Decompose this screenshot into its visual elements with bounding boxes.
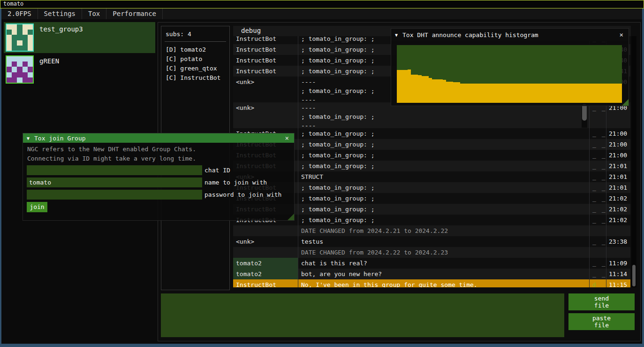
message-row[interactable]: tomato2chat is this real?_ _11:09	[233, 258, 630, 269]
close-icon[interactable]: ×	[618, 31, 625, 39]
group-item-gREEN[interactable]: gREEN	[4, 54, 155, 85]
histogram-bar	[488, 84, 492, 103]
close-icon[interactable]: ×	[284, 134, 290, 142]
collapse-arrow-icon[interactable]: ▼	[27, 136, 30, 141]
chat-scrollbar-handle[interactable]	[632, 265, 636, 286]
avatar-pixel	[12, 56, 17, 62]
message-time: 21:01	[606, 171, 630, 182]
histogram-bar	[446, 82, 450, 103]
window-border-left	[0, 8, 1, 347]
send-file-button[interactable]: send file	[568, 293, 635, 310]
menu-item-tox[interactable]: Tox	[82, 8, 106, 19]
menu-item-settings[interactable]: Settings	[38, 8, 82, 19]
message-row[interactable]: InstructBotNo, I've been in this group f…	[233, 279, 630, 287]
window-border-bottom	[0, 344, 644, 347]
message-text: STRUCT	[298, 171, 589, 182]
avatar-pixel	[23, 40, 28, 46]
histogram-bar	[422, 76, 425, 103]
chat-scrollbar[interactable]	[631, 36, 636, 287]
message-time	[606, 225, 630, 236]
sender-name: InstructBot	[233, 36, 298, 44]
message-status: _ _	[589, 139, 606, 150]
menu-bar: 2.0FPS Settings Tox Performance	[1, 8, 642, 19]
histogram-bar	[534, 84, 538, 103]
histogram-bar	[429, 78, 432, 103]
histogram-bar	[495, 84, 499, 103]
message-row[interactable]: <unk>testus_ _23:38	[233, 236, 630, 247]
member-item[interactable]: [C] green_qtox	[161, 64, 229, 73]
histogram-bar	[464, 84, 468, 103]
message-row[interactable]: DATE CHANGED from 2024.2.21 to 2024.2.22	[233, 225, 630, 236]
avatar-pixel	[28, 62, 33, 67]
message-text: ; tomato_in_group: ;	[298, 193, 589, 204]
avatar-pixel	[28, 56, 33, 62]
avatar-pixel	[17, 72, 22, 77]
member-item[interactable]: [D] tomato2	[161, 45, 229, 54]
message-time: 21:02	[606, 215, 630, 225]
histogram-bar	[548, 84, 552, 103]
join-button[interactable]: join	[27, 202, 47, 212]
join-password-input[interactable]	[27, 190, 202, 200]
delivery-status: d	[592, 281, 602, 287]
resize-grip[interactable]	[288, 214, 294, 220]
avatar-pixel	[17, 24, 22, 30]
histogram-bar	[408, 69, 411, 103]
avatar-pixel	[23, 67, 28, 72]
histogram-bar	[576, 84, 580, 103]
avatar-pixel	[12, 24, 17, 30]
histogram-bar	[605, 84, 608, 103]
message-cell-scrollbar-handle[interactable]	[582, 104, 587, 121]
avatar-pixel	[23, 62, 28, 67]
window-border-right	[642, 8, 644, 347]
histogram-bar	[415, 75, 418, 103]
message-text: No, I've been in this group for quite so…	[298, 279, 589, 287]
message-text: ; tomato_in_group: ;	[298, 139, 589, 150]
member-item[interactable]: [C] potato	[161, 54, 229, 64]
histogram-bar	[520, 84, 524, 103]
message-time: 21:02	[606, 204, 630, 215]
avatar-pixel	[28, 24, 33, 30]
avatar-pixel	[7, 30, 12, 35]
histogram-bar	[615, 84, 619, 103]
menu-item-performance[interactable]: Performance	[106, 8, 163, 19]
message-text: ; tomato_in_group: ;	[298, 161, 589, 171]
histogram-window-titlebar[interactable]: ▼ Tox DHT announce capability histogram …	[391, 29, 629, 41]
sender-name: tomato2	[233, 269, 298, 279]
window-title: tomato	[3, 0, 23, 7]
avatar-pixel	[12, 40, 17, 46]
members-count-header: subs: 4	[161, 26, 229, 38]
collapse-arrow-icon[interactable]: ▼	[395, 32, 398, 38]
avatar-pixel	[23, 56, 28, 62]
histogram-bar	[538, 84, 541, 103]
message-row[interactable]: <unk>----; tomato_in_group: ;----_ _21:0…	[233, 102, 630, 128]
histogram-bar	[516, 84, 520, 103]
message-text: DATE CHANGED from 2024.2.21 to 2024.2.22	[298, 225, 589, 236]
message-line: ----	[301, 121, 589, 128]
histogram-bar	[545, 84, 548, 103]
message-row[interactable]: tomato2bot, are you new here?_ _11:14	[233, 269, 630, 279]
join-info-line: Connecting via ID might take a very long…	[27, 155, 196, 162]
member-item[interactable]: [C] InstructBot	[161, 73, 229, 83]
message-time: 21:00	[606, 139, 630, 150]
histogram-bar	[583, 84, 587, 103]
paste-file-button[interactable]: paste file	[568, 313, 635, 330]
message-input[interactable]	[161, 293, 564, 337]
histogram-bar	[439, 79, 443, 103]
message-cell-scrollbar[interactable]	[582, 103, 587, 128]
histogram-bar	[569, 84, 573, 103]
join-name-input[interactable]: tomato	[27, 177, 202, 187]
chat-id-input[interactable]	[27, 165, 202, 175]
window-titlebar[interactable]: tomato	[0, 0, 644, 8]
join-dialog-titlebar[interactable]: ▼ Tox join Group ×	[23, 133, 294, 143]
group-list: test_group3gREEN	[4, 22, 155, 88]
histogram-bar	[598, 84, 601, 103]
histogram-bar	[499, 84, 503, 103]
group-item-test_group3[interactable]: test_group3	[4, 22, 155, 53]
message-row[interactable]: DATE CHANGED from 2024.2.22 to 2024.2.23	[233, 247, 630, 258]
message-status: d _	[589, 279, 606, 287]
resize-grip[interactable]	[622, 99, 629, 106]
histogram-bar	[467, 84, 471, 103]
join-password-label: password to join with	[205, 191, 281, 199]
message-text: chat is this real?	[298, 258, 589, 269]
message-status: _ _	[589, 102, 606, 128]
